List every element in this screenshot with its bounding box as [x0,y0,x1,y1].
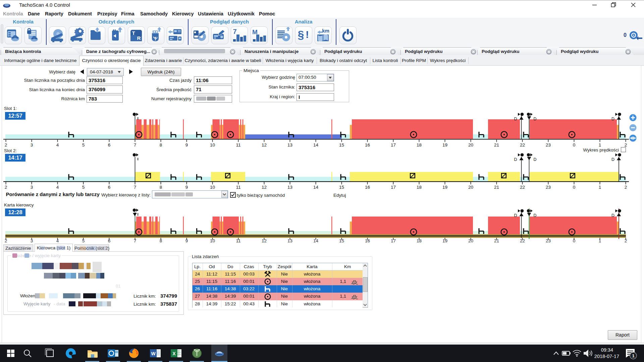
svg-text:2: 2 [5,142,7,147]
svg-text:20: 20 [468,238,473,243]
svg-text:1: 1 [599,185,601,190]
svg-text:13: 13 [287,142,292,147]
svg-text:7: 7 [134,238,137,243]
svg-text:11: 11 [236,142,240,147]
svg-text:0: 0 [573,185,576,190]
svg-text:18: 18 [417,238,422,243]
svg-text:8: 8 [160,238,162,243]
svg-text:17: 17 [391,238,396,243]
svg-text:T: T [132,30,135,36]
svg-text:2: 2 [5,185,7,190]
svg-text:I: I [137,213,139,216]
svg-text:10: 10 [210,238,215,243]
svg-text:7: 7 [134,142,137,147]
svg-text:5: 5 [82,185,85,190]
svg-text:8: 8 [160,142,162,147]
svg-text:0: 0 [573,238,576,243]
svg-text:D: D [534,117,537,121]
svg-text:10: 10 [210,142,215,147]
svg-text:D: D [611,213,614,218]
svg-text:2: 2 [625,238,627,243]
svg-text:R: R [137,35,141,41]
svg-text:§: § [298,28,304,41]
svg-text:7: 7 [134,185,137,190]
svg-text:5: 5 [82,142,85,147]
svg-text:3: 3 [31,185,33,190]
svg-text:22: 22 [520,185,525,190]
svg-text:I: I [137,157,139,161]
svg-text:D: D [611,157,614,162]
svg-text:14: 14 [313,142,319,147]
svg-text:12: 12 [262,238,267,243]
svg-text:I: I [137,117,139,120]
svg-text:15: 15 [339,238,344,243]
svg-text:18: 18 [417,142,422,147]
svg-text:14: 14 [313,238,319,243]
svg-text:16: 16 [365,238,370,243]
svg-text:9: 9 [185,238,188,243]
svg-text:19: 19 [442,142,447,147]
svg-text:15: 15 [339,142,344,147]
svg-text:22: 22 [520,238,525,243]
svg-text:1: 1 [632,353,634,358]
svg-text:D: D [611,117,614,121]
svg-text:13: 13 [287,185,292,190]
svg-text:D: D [534,213,537,218]
svg-text:km: km [322,28,329,34]
svg-text:23: 23 [546,185,551,190]
svg-text:M: M [252,28,258,36]
svg-text:1: 1 [599,142,601,147]
svg-text:!: ! [306,29,309,40]
svg-text:6: 6 [108,142,111,147]
svg-text:3: 3 [31,238,33,243]
svg-text:20: 20 [468,142,473,147]
svg-text:17: 17 [391,185,396,190]
svg-text:14: 14 [313,185,319,190]
svg-text:5: 5 [82,238,85,243]
svg-text:2: 2 [625,142,627,147]
svg-text:13: 13 [287,238,292,243]
svg-text:15: 15 [339,185,344,190]
svg-text:W: W [151,351,156,356]
svg-text:4: 4 [56,142,59,147]
svg-text:D: D [514,117,517,121]
svg-text:8: 8 [160,185,162,190]
svg-text:6: 6 [108,185,111,190]
svg-text:19: 19 [442,238,447,243]
svg-text:16: 16 [365,142,370,147]
svg-text:0: 0 [573,142,576,147]
svg-text:18: 18 [417,185,422,190]
svg-text:23: 23 [546,238,551,243]
svg-text:16: 16 [365,185,370,190]
svg-text:4: 4 [56,238,59,243]
svg-text:2: 2 [5,238,7,243]
svg-text:11: 11 [236,238,240,243]
svg-text:1: 1 [599,238,601,243]
svg-text:10: 10 [210,185,215,190]
svg-text:21: 21 [494,142,499,147]
svg-text:12: 12 [262,185,267,190]
svg-text:7: 7 [233,28,236,35]
svg-text:X: X [172,351,176,356]
svg-text:12: 12 [262,142,267,147]
svg-text:20: 20 [468,185,473,190]
svg-text:9: 9 [185,185,188,190]
svg-text:23: 23 [546,142,551,147]
svg-text:11: 11 [236,185,240,190]
svg-text:D: D [534,157,537,162]
svg-text:21: 21 [494,238,499,243]
svg-text:22: 22 [520,142,525,147]
svg-text:D: D [514,157,517,162]
svg-text:3: 3 [31,142,33,147]
svg-text:D: D [514,213,517,218]
svg-text:9: 9 [185,142,188,147]
svg-text:2: 2 [625,185,627,190]
svg-text:6: 6 [108,238,111,243]
svg-text:19: 19 [442,185,447,190]
svg-text:4: 4 [56,185,59,190]
svg-text:21: 21 [494,185,499,190]
svg-text:17: 17 [391,142,396,147]
